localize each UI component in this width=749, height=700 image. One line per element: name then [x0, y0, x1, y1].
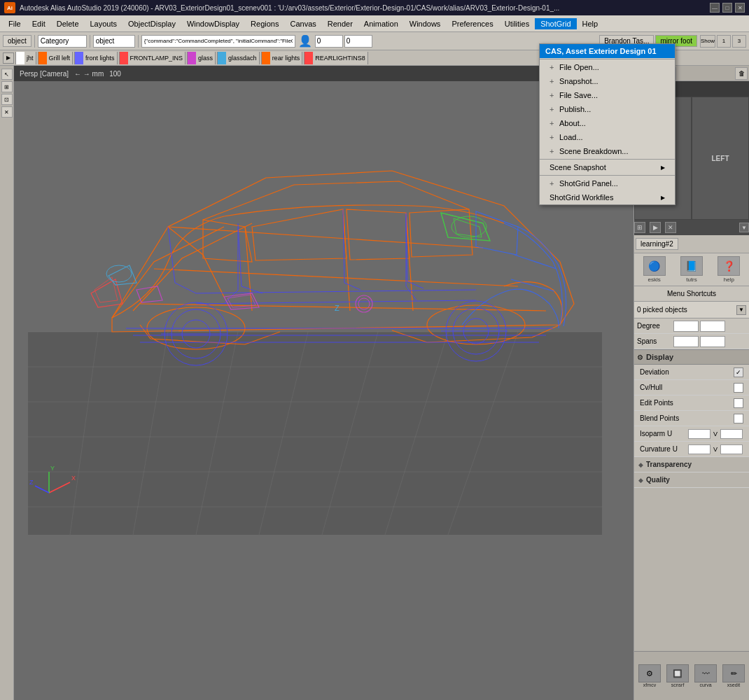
layer-glass[interactable]: glass — [187, 52, 216, 64]
menu-shotgrid-panel[interactable]: ShotGrid Panel... — [540, 176, 675, 190]
mini-view-left[interactable]: LEFT — [692, 97, 749, 220]
menu-scene-breakdown[interactable]: Scene Breakdown... — [540, 144, 675, 158]
person-icon[interactable]: 👤 — [298, 34, 312, 48]
help-icon[interactable]: ❓ — [718, 256, 740, 276]
quality-row[interactable]: ◆ Quality — [634, 472, 749, 488]
degree-input-2[interactable] — [700, 321, 725, 332]
curvature-row: Curvature U V — [634, 442, 749, 457]
menu-file-save[interactable]: File Save... — [540, 88, 675, 102]
xfmcv-item[interactable]: ⚙ xfmcv — [638, 664, 661, 687]
menu-item-preferences[interactable]: Preferences — [446, 18, 498, 29]
panel-tool-trash[interactable]: 🗑 — [735, 67, 748, 80]
object-input[interactable] — [93, 35, 135, 48]
maximize-button[interactable]: □ — [722, 3, 732, 13]
shotgrid-dropdown-header: CAS, Asset Exterior Design 01 — [540, 44, 675, 58]
category-input[interactable] — [38, 35, 87, 48]
left-tool-4[interactable]: ✕ — [1, 106, 13, 118]
close-button[interactable]: ✕ — [735, 3, 745, 13]
left-tool-select[interactable]: ↖ — [1, 69, 13, 80]
bottom-icon-row: ⚙ xfmcv 🔲 scnsrf 〰 curva ✏ xsedit — [634, 652, 749, 700]
degree-row: Degree — [634, 318, 749, 334]
curva-icon[interactable]: 〰 — [694, 664, 717, 682]
transparency-row[interactable]: ◆ Transparency — [634, 457, 749, 472]
menu-item-windowdisplay[interactable]: WindowDisplay — [181, 18, 245, 29]
menu-item-animation[interactable]: Animation — [358, 18, 404, 29]
display-section-header[interactable]: ⚙ Display — [634, 349, 749, 365]
cvhull-checkbox[interactable] — [734, 383, 743, 393]
xfmcv-icon[interactable]: ⚙ — [638, 664, 661, 682]
degree-input-1[interactable] — [673, 321, 699, 332]
menu-publish[interactable]: Publish... — [540, 102, 675, 116]
isoparm-v-input[interactable] — [720, 429, 743, 439]
spans-input-1[interactable] — [673, 336, 699, 347]
mini-tool-2[interactable]: ▶ — [650, 222, 661, 233]
mini-tool-1[interactable]: ⊞ — [634, 222, 645, 233]
mini-dropdown[interactable]: ▼ — [739, 223, 749, 232]
scnsrf-item[interactable]: 🔲 scnsrf — [666, 664, 689, 687]
scnsrf-icon[interactable]: 🔲 — [666, 664, 689, 682]
curvature-u-input[interactable] — [688, 444, 710, 454]
menu-item-canvas[interactable]: Canvas — [284, 18, 321, 29]
menu-item-utilities[interactable]: Utilities — [499, 18, 535, 29]
layer-jht[interactable]: jht — [15, 52, 36, 64]
tutrs-icon-item[interactable]: 📘 tutrs — [680, 256, 703, 283]
menu-item-layouts[interactable]: Layouts — [85, 18, 123, 29]
menu-shotgrid-workfiles[interactable]: ShotGrid Workfiles — [540, 190, 675, 204]
menu-item-shotgrid[interactable]: ShotGrid — [535, 18, 576, 29]
curva-item[interactable]: 〰 curva — [694, 664, 717, 687]
learning-section: learning#2 — [634, 235, 749, 253]
mm-label: ← → mm — [74, 70, 104, 78]
car-wireframe: X Y Z Z — [28, 87, 602, 535]
menu-file-open[interactable]: File Open... — [540, 60, 675, 74]
menu-load[interactable]: Load... — [540, 130, 675, 144]
curvature-v-label: V — [713, 446, 718, 453]
menu-item-file[interactable]: File — [3, 18, 27, 29]
num-button[interactable]: 1 — [717, 35, 731, 48]
show-button[interactable]: Show — [700, 35, 715, 48]
eskls-icon[interactable]: 🔵 — [643, 256, 666, 276]
layer-expand[interactable]: ▶ — [3, 52, 14, 64]
left-tool-2[interactable]: ⊞ — [1, 81, 13, 92]
help-icon-item[interactable]: ❓ help — [718, 256, 740, 283]
layer-grill[interactable]: Grill left — [38, 52, 74, 64]
layer-rearlights[interactable]: rear lights — [261, 52, 303, 64]
curvature-v-input[interactable] — [720, 444, 743, 454]
picked-dropdown[interactable]: ▼ — [736, 305, 746, 315]
menu-snapshot[interactable]: Snapshot... — [540, 74, 675, 88]
blendpoints-label: Blend Points — [640, 414, 729, 422]
menu-item-delete[interactable]: Delete — [51, 18, 85, 29]
minimize-button[interactable]: — — [710, 3, 720, 13]
menu-item-help[interactable]: Help — [577, 18, 604, 29]
tutrs-icon[interactable]: 📘 — [680, 256, 703, 276]
xsedit-icon[interactable]: ✏ — [722, 664, 745, 682]
eskls-icon-item[interactable]: 🔵 eskls — [643, 256, 666, 283]
menu-scene-snapshot[interactable]: Scene Snapshot — [540, 160, 675, 174]
menu-item-render[interactable]: Render — [322, 18, 358, 29]
layer-glassdach[interactable]: glassdach — [217, 52, 260, 64]
learning-tab[interactable]: learning#2 — [636, 238, 678, 250]
view-button[interactable]: 3 — [732, 35, 746, 48]
left-tool-3[interactable]: ⊡ — [1, 94, 13, 105]
editpoints-row: Edit Points — [634, 396, 749, 411]
isoparm-u-input[interactable] — [688, 429, 710, 439]
blendpoints-checkbox[interactable] — [734, 414, 743, 424]
y-input[interactable] — [344, 35, 372, 48]
menu-item-regions[interactable]: Regions — [245, 18, 284, 29]
mini-tool-3[interactable]: ✕ — [665, 222, 676, 233]
command-input[interactable] — [141, 35, 295, 48]
xsedit-item[interactable]: ✏ xsedit — [722, 664, 745, 687]
x-input[interactable] — [315, 35, 343, 48]
layer-rearlightsins[interactable]: REARLIGHTINS8 — [304, 52, 368, 64]
menu-item-objectdisplay[interactable]: ObjectDisplay — [122, 18, 181, 29]
layer-frontlights[interactable]: front lights — [74, 52, 118, 64]
editpoints-checkbox[interactable] — [734, 398, 743, 408]
spans-input-2[interactable] — [700, 336, 725, 347]
quality-arrow: ◆ — [638, 477, 643, 484]
layer-frontlamp[interactable]: FRONTLAMP_INS — [119, 52, 186, 64]
menu-item-edit[interactable]: Edit — [27, 18, 51, 29]
svg-text:Z: Z — [29, 479, 34, 486]
menu-about[interactable]: About... — [540, 116, 675, 130]
menu-shortcuts-button[interactable]: Menu Shortcuts — [634, 286, 749, 302]
menu-item-windows[interactable]: Windows — [404, 18, 447, 29]
deviation-checkbox[interactable]: ✓ — [734, 368, 743, 377]
